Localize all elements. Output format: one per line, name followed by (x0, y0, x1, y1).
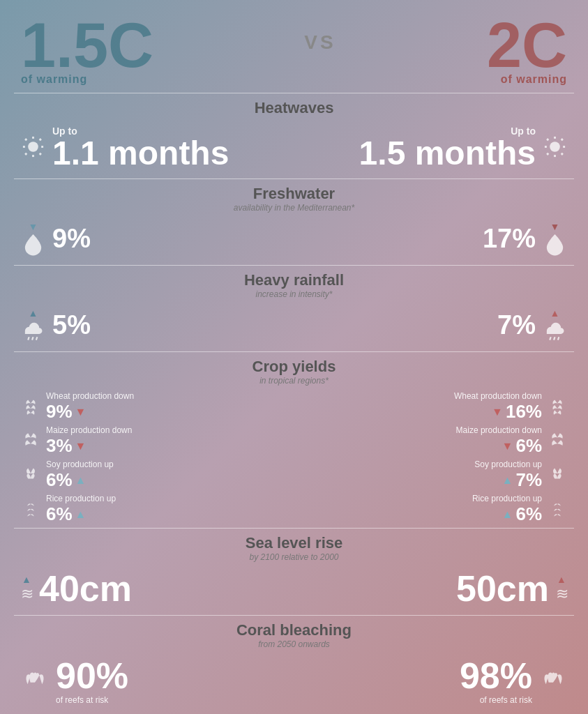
soy-right-item: Soy production up ▲ 7% (298, 459, 568, 491)
temp-left-block: 1.5C of warming (21, 14, 153, 86)
maize-left-arrow: ▼ (75, 440, 86, 453)
freshwater-title: Freshwater (14, 185, 574, 203)
header: 1.5C of warming VS 2C of warming (0, 0, 588, 93)
freshwater-row: ▼ 9% 17% ▼ (14, 215, 574, 265)
rain-cloud-icon-left: ▲ (21, 307, 45, 343)
heatwaves-left: Up to 1.1 months (21, 126, 294, 170)
svg-point-9 (550, 142, 560, 152)
water-drop-icon-left: ▼ (21, 221, 45, 257)
rice-left-label: Rice production up (46, 494, 116, 503)
wavy-icon-right: ≋ (556, 585, 567, 603)
wheat-right-item: Wheat production down ▼ 16% (298, 391, 568, 423)
coral-svg-right (539, 664, 567, 696)
freshwater-left: ▼ 9% (21, 221, 294, 257)
soy-right-arrow: ▲ (502, 474, 513, 487)
svg-line-21 (550, 337, 550, 340)
svg-line-22 (554, 337, 555, 340)
maize-right-arrow: ▼ (502, 440, 513, 453)
freshwater-header: Freshwater availability in the Mediterra… (14, 179, 574, 215)
rice-right-arrow: ▲ (502, 508, 513, 521)
heatwaves-right-months: 1.5 months (359, 137, 536, 170)
heatwaves-right: Up to 1.5 months (294, 126, 568, 170)
wheat-right-val-row: ▼ 16% (454, 401, 542, 423)
svg-line-18 (28, 337, 29, 340)
rain-cloud-icon-right: ▲ (543, 307, 567, 343)
heatwaves-row: Up to 1.1 months Up to 1.5 months (14, 120, 574, 178)
sea-level-row: ▲ ≋ 40cm 50cm ▲ ≋ (14, 565, 574, 615)
crop-yields-section: Crop yields in tropical regions* Wheat p… (14, 351, 574, 528)
temp-1-5c: 1.5C (21, 14, 153, 77)
soy-right-value: 7% (515, 469, 542, 491)
rice-right-value: 6% (515, 503, 542, 525)
sea-level-right-arrow: ▲ (557, 574, 566, 585)
soy-left-item: Soy production up 6% ▲ (21, 459, 291, 491)
coral-row: 90% of reefs at risk 98% of reefs at ris… (14, 652, 574, 713)
maize-icon-left (21, 429, 40, 453)
heavy-rainfall-title: Heavy rainfall (14, 271, 574, 289)
freshwater-subtitle: availability in the Mediterranean* (14, 203, 574, 213)
wheat-right-arrow: ▼ (492, 406, 503, 418)
sea-level-right: 50cm ▲ ≋ (294, 570, 568, 607)
maize-right-val-row: ▼ 6% (456, 435, 542, 457)
svg-line-6 (40, 153, 41, 154)
heavy-rainfall-row: ▲ 5% 7% ▲ (14, 302, 574, 351)
maize-left-value: 3% (46, 435, 73, 457)
crop-yields-title: Crop yields (14, 358, 574, 376)
rice-left-data: Rice production up 6% ▲ (46, 494, 116, 525)
wheat-left-value: 9% (46, 401, 73, 423)
soy-icon-left (21, 463, 40, 487)
coral-right: 98% of reefs at risk (294, 658, 568, 705)
wave-icon-right: ▲ ≋ (556, 574, 567, 603)
rice-left-arrow: ▲ (75, 508, 86, 521)
soy-right-val-row: ▲ 7% (474, 469, 542, 491)
svg-line-8 (40, 139, 41, 140)
crop-yields-left-col: Wheat production down 9% ▼ (21, 388, 291, 528)
coral-svg-left (21, 664, 49, 696)
sea-level-left: ▲ ≋ 40cm (21, 570, 294, 607)
heatwaves-left-value: Up to 1.1 months (52, 126, 229, 170)
crop-yields-subtitle: in tropical regions* (14, 376, 574, 386)
heavy-rainfall-right-value: 7% (497, 310, 536, 340)
sea-level-subtitle: by 2100 relative to 2000 (14, 552, 574, 562)
heavy-rainfall-right: 7% ▲ (294, 307, 568, 343)
maize-right-data: Maize production down ▼ 6% (456, 425, 542, 457)
coral-left-label: of reefs at risk (56, 695, 128, 705)
freshwater-right-value: 17% (483, 224, 536, 254)
svg-line-19 (32, 337, 33, 340)
heavy-rainfall-left-value: 5% (52, 310, 91, 340)
crop-yields-row: Wheat production down 9% ▼ (14, 388, 574, 528)
svg-line-14 (547, 139, 548, 140)
maize-right-item: Maize production down ▼ 6% (298, 425, 568, 457)
coral-icon-right (539, 664, 567, 699)
rice-right-data: Rice production up ▲ 6% (472, 494, 542, 525)
freshwater-section: Freshwater availability in the Mediterra… (14, 178, 574, 265)
freshwater-right: 17% ▼ (294, 221, 568, 257)
coral-left: 90% of reefs at risk (21, 658, 294, 705)
wheat-left-arrow: ▼ (75, 406, 86, 418)
wheat-left-val-row: 9% ▼ (46, 401, 134, 423)
wavy-icon-left: ≋ (21, 585, 32, 603)
maize-right-value: 6% (515, 435, 542, 457)
soy-right-label: Soy production up (474, 459, 542, 469)
maize-left-label: Maize production down (46, 425, 132, 435)
rice-right-item: Rice production up ▲ 6% (298, 494, 568, 525)
svg-line-16 (547, 153, 548, 154)
coral-left-value: 90% (56, 658, 128, 694)
sun-icon-left (21, 135, 45, 162)
coral-right-label: of reefs at risk (460, 695, 532, 705)
soy-left-label: Soy production up (46, 459, 114, 469)
temp-right-block: 2C of warming (487, 14, 567, 86)
heatwaves-header: Heatwaves (14, 93, 574, 120)
soy-left-data: Soy production up 6% ▲ (46, 459, 114, 491)
heatwaves-title: Heatwaves (14, 99, 574, 117)
soy-left-arrow: ▲ (75, 474, 86, 487)
svg-line-7 (25, 153, 27, 154)
coral-section: Coral bleaching from 2050 onwards 90% of… (14, 615, 574, 713)
svg-line-23 (558, 337, 559, 340)
crop-yields-header: Crop yields in tropical regions* (14, 352, 574, 388)
wave-icon-left: ▲ ≋ (21, 574, 32, 603)
coral-subtitle: from 2050 onwards (14, 639, 574, 649)
heatwaves-section: Heatwaves (14, 93, 574, 178)
maize-left-val-row: 3% ▼ (46, 435, 132, 457)
coral-icon-left (21, 664, 49, 699)
